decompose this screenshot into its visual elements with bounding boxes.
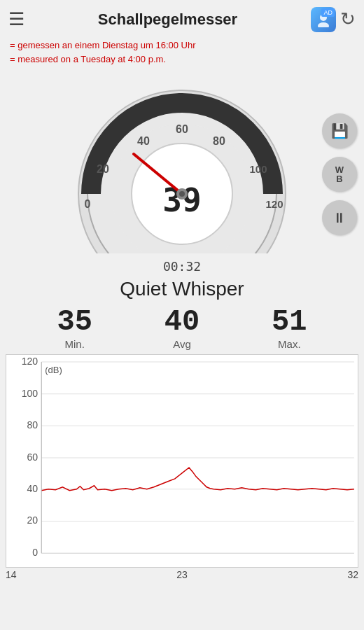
svg-text:80: 80 (27, 419, 38, 430)
ad-user-icon[interactable]: AD (311, 7, 336, 32)
stat-max-value: 51 (272, 307, 307, 337)
stats-row: 35 Min. 40 Avg 51 Max. (0, 307, 364, 350)
ad-badge: AD (321, 8, 335, 17)
stat-avg-label: Avg (164, 338, 200, 350)
side-buttons: 💾 W B ⏸ (322, 113, 357, 235)
refresh-icon[interactable]: ↻ (340, 8, 356, 30)
svg-text:40: 40 (137, 135, 150, 147)
x-tick-14: 14 (6, 569, 17, 580)
svg-text:100: 100 (22, 388, 38, 399)
stat-min: 35 Min. (57, 307, 92, 350)
stat-avg: 40 Avg (164, 307, 200, 350)
stat-avg-value: 40 (164, 307, 200, 337)
svg-text:20: 20 (27, 514, 38, 526)
svg-text:39: 39 (162, 181, 201, 219)
svg-point-1 (318, 22, 329, 27)
info-line1: = gemessen an einem Dienstag um 16:00 Uh… (10, 38, 354, 52)
svg-text:120: 120 (22, 356, 38, 367)
svg-text:60: 60 (176, 123, 188, 135)
stat-min-value: 35 (57, 307, 92, 337)
info-text: = gemessen an einem Dienstag um 16:00 Uh… (0, 38, 364, 69)
pause-button[interactable]: ⏸ (322, 200, 357, 235)
gauge-svg-wrap: 0 20 40 60 80 100 120 39 (66, 71, 298, 256)
sound-label: Quiet Whisper (0, 278, 364, 300)
gauge-section: 0 20 40 60 80 100 120 39 (0, 71, 364, 256)
svg-text:100: 100 (249, 163, 267, 175)
gauge-container: 0 20 40 60 80 100 120 39 (0, 71, 364, 256)
svg-text:0: 0 (32, 547, 38, 558)
chart-svg: 120 100 80 60 40 20 0 (dB) (6, 355, 358, 567)
svg-point-16 (179, 191, 185, 197)
app-header: ☰ Schallpegelmesser AD ↻ (0, 0, 364, 38)
gauge-svg: 0 20 40 60 80 100 120 39 (66, 71, 298, 253)
x-tick-23: 23 (176, 569, 188, 580)
svg-text:120: 120 (265, 198, 283, 210)
x-tick-32: 32 (347, 569, 358, 580)
svg-rect-17 (6, 355, 358, 567)
info-line2: = measured on a Tuesday at 4:00 p.m. (10, 52, 354, 66)
x-axis: 14 23 32 (0, 568, 364, 580)
stat-min-label: Min. (57, 338, 92, 350)
save-button[interactable]: 💾 (322, 113, 357, 148)
wb-button[interactable]: W B (322, 157, 357, 192)
header-right: AD ↻ (311, 7, 356, 32)
svg-text:80: 80 (213, 135, 225, 147)
timer-display: 00:32 (0, 259, 364, 274)
svg-text:20: 20 (97, 163, 109, 175)
svg-text:(dB): (dB) (45, 365, 62, 375)
wb-line2: B (336, 174, 342, 183)
svg-text:40: 40 (27, 483, 38, 494)
svg-text:0: 0 (85, 198, 91, 210)
stat-max: 51 Max. (272, 307, 307, 350)
chart-container: 120 100 80 60 40 20 0 (dB) (6, 354, 358, 568)
svg-text:60: 60 (27, 451, 38, 463)
stat-max-label: Max. (272, 338, 307, 350)
app-title: Schallpegelmesser (98, 10, 237, 29)
menu-icon[interactable]: ☰ (8, 8, 24, 30)
